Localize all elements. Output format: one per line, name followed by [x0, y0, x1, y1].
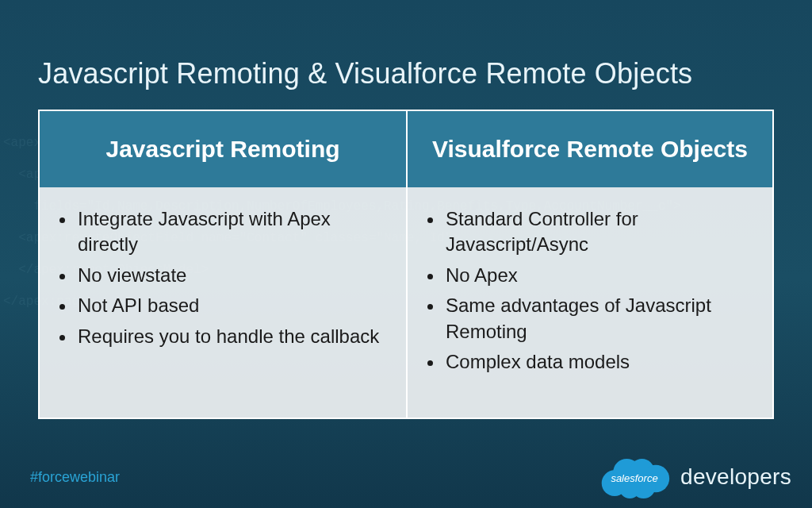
- comparison-table: Javascript Remoting Integrate Javascript…: [38, 110, 774, 419]
- list-item: Standard Controller for Javascript/Async: [444, 206, 753, 258]
- slide: <apex:page showHeaders="true" sidebar="t…: [0, 0, 812, 508]
- salesforce-cloud-icon: salesforce: [596, 452, 672, 502]
- list-item: No Apex: [444, 263, 753, 288]
- column-left-header: Javascript Remoting: [40, 111, 406, 187]
- column-left: Javascript Remoting Integrate Javascript…: [40, 111, 406, 418]
- column-right-body: Standard Controller for Javascript/Async…: [408, 187, 772, 418]
- list-item: No viewstate: [76, 263, 387, 288]
- footer: #forcewebinar salesforce developers: [0, 446, 812, 508]
- developers-word: developers: [680, 464, 791, 490]
- list-item: Complex data models: [444, 349, 753, 375]
- salesforce-cloud-label: salesforce: [596, 452, 672, 502]
- column-right: Visualforce Remote Objects Standard Cont…: [406, 111, 772, 418]
- list-item: Not API based: [76, 293, 387, 318]
- list-item: Integrate Javascript with Apex directly: [76, 206, 387, 258]
- slide-title: Javascript Remoting & Visualforce Remote…: [38, 57, 774, 90]
- hashtag: #forcewebinar: [30, 469, 120, 486]
- brand-logo: salesforce developers: [596, 452, 791, 502]
- column-left-body: Integrate Javascript with Apex directly …: [40, 187, 406, 418]
- list-item: Requires you to handle the callback: [76, 324, 387, 349]
- column-right-header: Visualforce Remote Objects: [408, 111, 772, 187]
- list-item: Same advantages of Javascript Remoting: [444, 293, 753, 344]
